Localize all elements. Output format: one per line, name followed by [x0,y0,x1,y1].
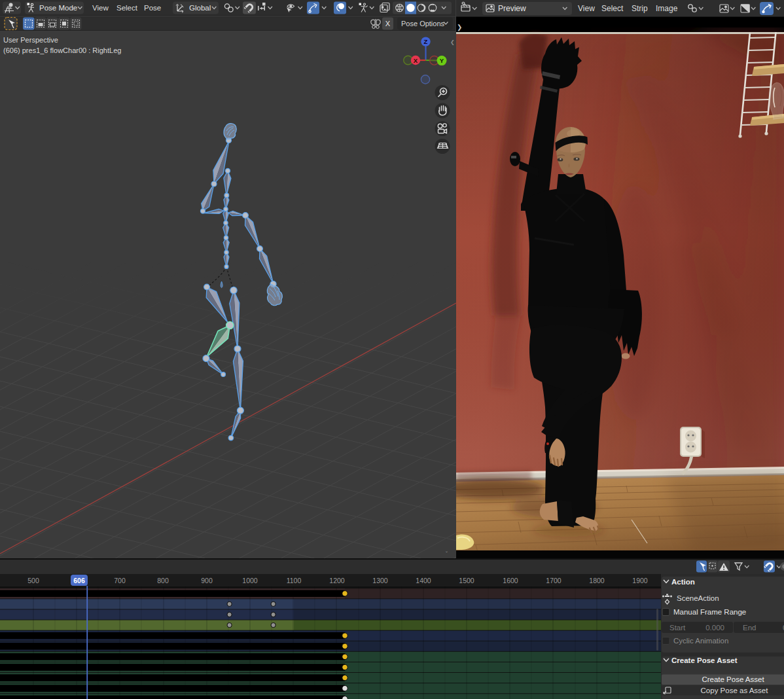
svg-text:1300: 1300 [372,577,388,584]
svg-text:SceneAction: SceneAction [677,594,719,602]
svg-text:1100: 1100 [287,577,302,584]
svg-text:1400: 1400 [416,577,431,584]
svg-text:Image: Image [656,4,678,13]
svg-text:800: 800 [157,577,169,584]
svg-text:500: 500 [27,577,39,584]
svg-text:Y: Y [440,57,444,64]
svg-text:Select: Select [116,4,138,12]
svg-text:Start: Start [669,624,686,632]
svg-text:Cyclic Animation: Cyclic Animation [673,637,728,645]
svg-text:1600: 1600 [503,577,518,584]
svg-text:End: End [743,624,756,632]
svg-text:Action: Action [671,578,695,586]
svg-text:Z: Z [424,38,428,45]
svg-text:Select: Select [601,4,624,13]
svg-text:1700: 1700 [546,577,561,584]
svg-text:Pose Options: Pose Options [401,20,445,27]
svg-text:View: View [92,4,109,12]
svg-text:1500: 1500 [459,577,474,584]
svg-text:900: 900 [201,577,213,584]
svg-text:1800: 1800 [589,577,605,584]
svg-text:X: X [385,20,391,27]
svg-text:Strip: Strip [632,4,648,13]
svg-text:Copy Pose as Asset: Copy Pose as Asset [701,687,769,694]
svg-text:Pose Mode: Pose Mode [39,4,77,12]
svg-text:1900: 1900 [632,577,648,584]
svg-text:Manual Frame Range: Manual Frame Range [673,608,746,616]
svg-text:1000: 1000 [242,577,258,584]
svg-text:X: X [414,57,418,64]
svg-text:Pose: Pose [144,4,161,12]
svg-text:Global: Global [189,4,211,12]
svg-text:700: 700 [114,577,126,584]
svg-text:606: 606 [73,577,85,584]
svg-text:View: View [578,4,595,13]
svg-text:Preview: Preview [498,4,526,13]
svg-text:Create Pose Asset: Create Pose Asset [671,656,738,664]
svg-text:1200: 1200 [329,577,345,584]
svg-text:Create Pose Asset: Create Pose Asset [702,675,764,683]
svg-text:0.000: 0.000 [705,624,724,632]
